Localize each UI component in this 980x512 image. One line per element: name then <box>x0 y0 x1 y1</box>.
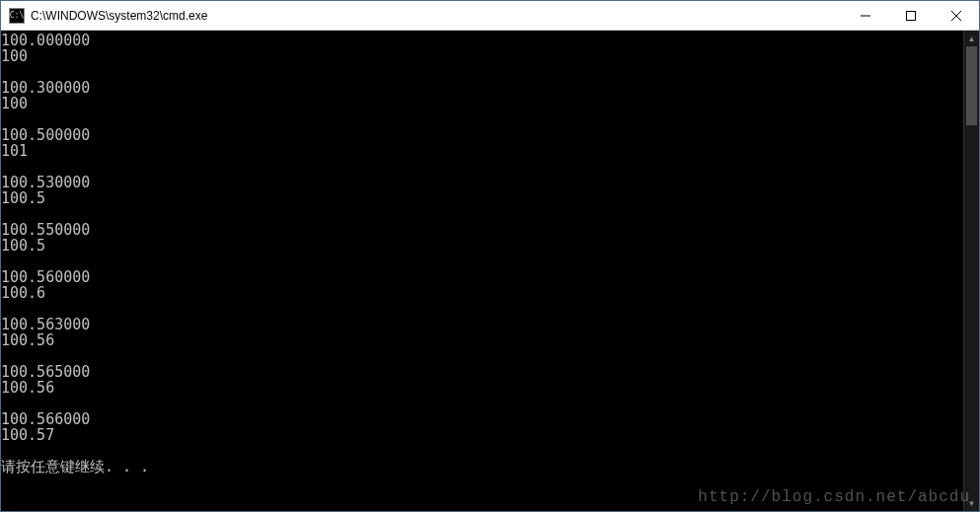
console-output[interactable]: 100.000000 100 100.300000 100 100.500000… <box>1 31 963 511</box>
window-title: C:\WINDOWS\system32\cmd.exe <box>31 9 843 23</box>
svg-rect-1 <box>907 11 916 20</box>
minimize-button[interactable] <box>843 1 888 30</box>
window-controls <box>843 1 979 30</box>
cmd-icon: C:\ <box>9 8 25 24</box>
cmd-window: C:\ C:\WINDOWS\system32\cmd.exe 100.0000… <box>0 0 980 512</box>
close-icon <box>951 11 961 21</box>
titlebar: C:\ C:\WINDOWS\system32\cmd.exe <box>1 1 979 31</box>
maximize-button[interactable] <box>888 1 934 30</box>
scrollbar-up-arrow[interactable]: ▲ <box>964 31 979 46</box>
minimize-icon <box>861 11 870 21</box>
maximize-icon <box>906 11 916 21</box>
scrollbar-thumb[interactable] <box>966 46 977 125</box>
vertical-scrollbar[interactable]: ▲ ▼ <box>963 31 979 511</box>
close-button[interactable] <box>934 1 979 30</box>
scrollbar-down-arrow[interactable]: ▼ <box>964 495 979 511</box>
console-area: 100.000000 100 100.300000 100 100.500000… <box>1 31 979 511</box>
